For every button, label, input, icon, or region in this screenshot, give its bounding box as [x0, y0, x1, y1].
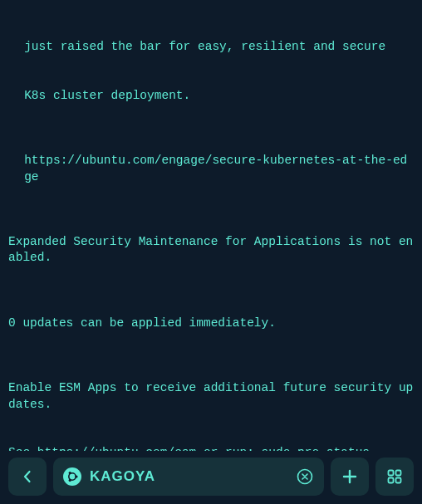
connection-name: KAGOYA: [90, 467, 287, 487]
motd-line: just raised the bar for easy, resilient …: [8, 39, 414, 56]
esm-status: Expanded Security Maintenance for Applic…: [8, 234, 414, 267]
chevron-left-icon: [22, 469, 33, 484]
motd-line: K8s cluster deployment.: [8, 88, 414, 105]
svg-rect-6: [396, 471, 401, 476]
terminal-output[interactable]: just raised the bar for easy, resilient …: [0, 0, 422, 451]
svg-rect-5: [389, 471, 394, 476]
svg-point-1: [75, 475, 77, 477]
ubuntu-icon: [63, 467, 81, 486]
svg-point-3: [69, 479, 71, 482]
bottom-toolbar: KAGOYA: [0, 451, 422, 504]
sessions-button[interactable]: [375, 458, 414, 496]
grid-icon: [386, 468, 403, 485]
new-tab-button[interactable]: [331, 458, 369, 496]
connection-bar[interactable]: KAGOYA: [53, 458, 324, 496]
plus-icon: [341, 468, 358, 485]
updates-immediate: 0 updates can be applied immediately.: [8, 316, 414, 332]
esm-enable: See https://ubuntu.com/esm or run: sudo …: [8, 445, 414, 451]
back-button[interactable]: [8, 458, 47, 496]
svg-rect-8: [396, 478, 401, 483]
svg-rect-7: [389, 478, 394, 483]
motd-url: https://ubuntu.com/engage/secure-kuberne…: [8, 153, 414, 185]
svg-point-2: [69, 472, 71, 474]
close-circle-icon: [297, 468, 313, 485]
clear-button[interactable]: [296, 467, 314, 486]
esm-enable: Enable ESM Apps to receive additional fu…: [8, 380, 414, 413]
